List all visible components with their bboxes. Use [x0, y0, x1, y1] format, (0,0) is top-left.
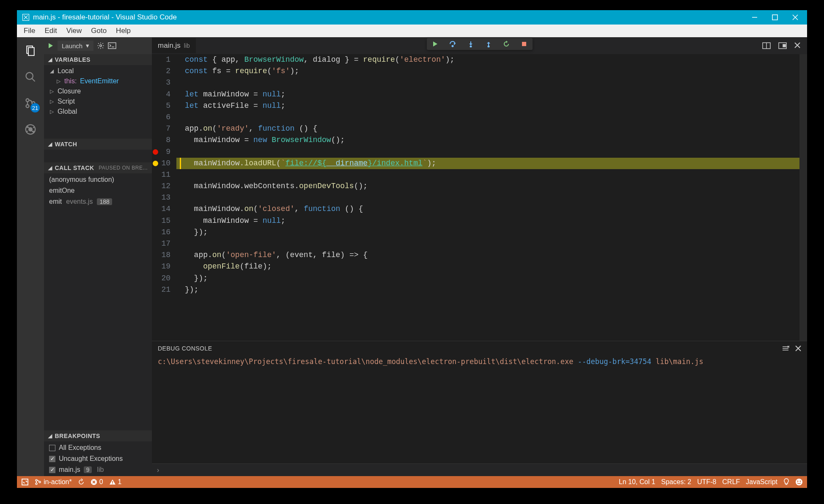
close-panel-icon[interactable]: [795, 345, 801, 351]
gear-icon[interactable]: [97, 42, 104, 49]
twistie-icon: ▷: [57, 78, 61, 84]
svg-point-23: [470, 46, 471, 47]
panel-header: DEBUG CONSOLE: [152, 341, 807, 356]
line-number-gutter: 123456789101112131415161718192021: [152, 54, 176, 341]
status-cursor-position[interactable]: Ln 10, Col 1: [619, 478, 655, 486]
window-title: main.js - firesale-tutorial - Visual Stu…: [33, 13, 750, 22]
step-over-button[interactable]: [449, 40, 457, 48]
status-eol[interactable]: CRLF: [722, 478, 740, 486]
stack-frame[interactable]: emitOne: [44, 185, 152, 196]
maximize-button[interactable]: [771, 13, 779, 22]
svg-point-19: [100, 45, 102, 47]
menu-help[interactable]: Help: [112, 25, 135, 37]
code-area[interactable]: const { app, BrowserWindow, dialog } = r…: [176, 54, 807, 341]
close-all-icon[interactable]: [794, 42, 800, 49]
editor-column: main.js lib: [152, 37, 807, 476]
split-editor-icon[interactable]: [762, 42, 771, 49]
svg-point-9: [26, 99, 29, 102]
debug-sidebar: Launch ▾ ◢ VARIABLES ◢ Local: [44, 37, 152, 476]
svg-rect-6: [28, 48, 34, 56]
breakpoint-item[interactable]: All Exceptions: [44, 442, 152, 453]
stop-button[interactable]: [520, 40, 528, 48]
restart-button[interactable]: [502, 40, 511, 48]
debug-config-bar: Launch ▾: [44, 37, 152, 54]
svg-point-10: [26, 105, 29, 108]
console-output[interactable]: c:\Users\stevekinney\Projects\firesale-t…: [152, 356, 807, 463]
checkbox[interactable]: ✓: [49, 467, 55, 473]
menu-edit[interactable]: Edit: [40, 25, 61, 37]
twistie-icon: ◢: [48, 433, 52, 439]
panel-breadcrumb[interactable]: ›: [152, 463, 807, 476]
checkbox[interactable]: [49, 445, 55, 451]
scope-global[interactable]: ▷ Global: [44, 107, 152, 117]
callstack-section-header[interactable]: ◢ CALL STACK PAUSED ON BRE...: [44, 162, 152, 173]
status-indentation[interactable]: Spaces: 2: [661, 478, 691, 486]
step-out-button[interactable]: [484, 40, 493, 48]
svg-rect-20: [108, 43, 116, 49]
workbench: 21 Launch ▾: [17, 37, 807, 476]
status-git-branch[interactable]: in-action*: [35, 478, 72, 486]
variables-section-header[interactable]: ◢ VARIABLES: [44, 54, 152, 65]
clear-console-icon[interactable]: [782, 345, 789, 352]
activity-search[interactable]: [23, 69, 38, 85]
tab-label: main.js: [158, 41, 181, 50]
callstack-body: (anonymous function) emitOne emit events…: [44, 173, 152, 208]
svg-line-8: [32, 79, 35, 82]
stack-frame[interactable]: emit events.js 188: [44, 196, 152, 207]
variable-this[interactable]: ▷ this: EventEmitter: [44, 76, 152, 86]
breakpoint-item[interactable]: ✓ Uncaught Exceptions: [44, 453, 152, 464]
checkbox[interactable]: ✓: [49, 456, 55, 462]
svg-point-50: [796, 479, 802, 485]
menu-file[interactable]: File: [19, 25, 39, 37]
launch-config-select[interactable]: Launch ▾: [58, 41, 93, 51]
more-actions-icon[interactable]: [778, 42, 787, 49]
step-into-button[interactable]: [467, 40, 475, 48]
code-editor[interactable]: 123456789101112131415161718192021 const …: [152, 54, 807, 341]
variables-title: VARIABLES: [55, 56, 91, 63]
menu-goto[interactable]: Goto: [87, 25, 111, 37]
status-sync-icon[interactable]: [78, 479, 85, 485]
start-debug-button[interactable]: [47, 42, 54, 49]
scope-script[interactable]: ▷ Script: [44, 96, 152, 107]
svg-point-14: [28, 127, 33, 131]
bottom-panel: DEBUG CONSOLE c:\Users\stevekinney\Proje…: [152, 341, 807, 476]
svg-point-42: [36, 483, 37, 485]
chevron-down-icon: ▾: [86, 42, 89, 49]
scm-badge: 21: [30, 103, 40, 112]
window-controls: [750, 13, 803, 22]
status-feedback-icon[interactable]: [795, 478, 803, 486]
menubar: File Edit View Goto Help: [17, 25, 807, 37]
watch-title: WATCH: [55, 141, 77, 148]
app-icon: [21, 13, 30, 22]
scope-closure[interactable]: ▷ Closure: [44, 86, 152, 96]
breakpoints-section-header[interactable]: ◢ BREAKPOINTS: [44, 430, 152, 441]
watch-section-header[interactable]: ◢ WATCH: [44, 139, 152, 150]
stack-frame[interactable]: (anonymous function): [44, 174, 152, 185]
status-lightbulb-icon[interactable]: [783, 478, 789, 486]
activity-debug[interactable]: [23, 122, 38, 137]
svg-rect-2: [772, 15, 777, 20]
breakpoints-body: All Exceptions ✓ Uncaught Exceptions ✓ m…: [44, 441, 152, 476]
debug-console-icon[interactable]: [108, 42, 116, 49]
continue-button[interactable]: [431, 40, 439, 48]
status-errors[interactable]: 0: [91, 478, 103, 486]
breakpoint-item[interactable]: ✓ main.js 9 lib: [44, 464, 152, 475]
scope-local[interactable]: ◢ Local: [44, 66, 152, 76]
svg-point-51: [797, 481, 799, 482]
status-language[interactable]: JavaScript: [746, 478, 777, 486]
minimize-button[interactable]: [750, 13, 759, 22]
status-warnings[interactable]: 1: [109, 478, 122, 486]
twistie-icon: ▷: [50, 99, 54, 104]
menu-view[interactable]: View: [62, 25, 86, 37]
activity-bar: 21: [17, 37, 44, 476]
twistie-icon: ◢: [48, 57, 52, 63]
svg-rect-26: [522, 42, 526, 46]
twistie-icon: ◢: [50, 68, 54, 74]
activity-scm[interactable]: 21: [23, 96, 38, 111]
status-encoding[interactable]: UTF-8: [697, 478, 716, 486]
tab-main-js[interactable]: main.js lib: [152, 38, 196, 53]
activity-explorer[interactable]: [23, 43, 38, 58]
status-remote-icon[interactable]: [21, 478, 29, 486]
panel-title[interactable]: DEBUG CONSOLE: [158, 345, 776, 352]
close-button[interactable]: [791, 13, 799, 22]
